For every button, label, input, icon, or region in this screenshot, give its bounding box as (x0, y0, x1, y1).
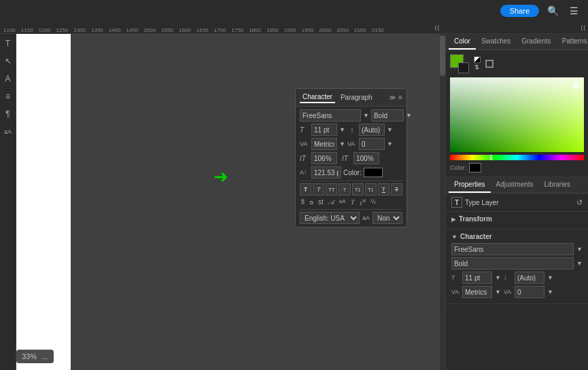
tab-character[interactable]: Character (300, 92, 335, 103)
paragraph-icon[interactable]: ¶ (1, 107, 15, 121)
leading-input[interactable] (359, 124, 385, 136)
ot-ligatures-btn[interactable]: fi (300, 198, 306, 207)
ot-stylisticalt-btn[interactable]: st (317, 198, 325, 207)
v-scale-icon: IT (342, 155, 351, 162)
bold-btn[interactable]: T (300, 183, 311, 196)
font-size-input[interactable] (311, 124, 337, 136)
color-swatch[interactable] (364, 168, 383, 177)
kerning-tracking-row: VA ▼ VA ▼ (300, 138, 402, 150)
share-button[interactable]: Share (500, 5, 539, 17)
props-tracking-input[interactable] (515, 286, 544, 298)
right-collapse-icon[interactable]: ⟨⟨ (578, 22, 588, 33)
props-font-style[interactable] (451, 257, 574, 270)
tab-adjustments[interactable]: Adjustments (491, 177, 539, 193)
menu-icon[interactable]: ☰ (567, 4, 581, 18)
ot-swash-btn[interactable]: 𝒜 (327, 198, 336, 207)
aa-icon[interactable]: aA (1, 125, 15, 138)
ot-superscript2-btn[interactable]: 1st (358, 198, 368, 207)
canvas-area[interactable]: ➜ Character Paragraph ≫ ≡ ▼ ▼ (16, 34, 445, 370)
bg-color-swatch[interactable] (458, 62, 469, 73)
size-leading-row: T ▼ ↕ ▼ (300, 124, 402, 136)
italic-btn[interactable]: T (313, 183, 324, 196)
format-row-1: T T TT T T1 T1 T T (300, 183, 402, 196)
props-style-row: ▼ (451, 257, 583, 270)
v-scale-input[interactable] (353, 152, 379, 164)
ot-titling-btn[interactable]: aA (338, 198, 347, 207)
color-gradient-picker[interactable] (450, 77, 584, 152)
type-layer-icon: T (451, 197, 462, 208)
props-size-input[interactable] (462, 272, 492, 284)
vertical-scrollbar[interactable] (440, 34, 445, 370)
ot-contextual-btn[interactable]: 𝑇 (349, 198, 356, 207)
antialiasing-select[interactable]: None (373, 212, 402, 224)
panel-menu-icon[interactable]: ≡ (398, 94, 402, 101)
properties-tabs: Properties Adjustments Libraries (446, 177, 588, 193)
props-leading-input[interactable] (515, 272, 544, 284)
transform-section: ▶ Transform (446, 212, 588, 229)
ot-oldstyle-btn[interactable]: ᴏ (308, 198, 315, 207)
font-name-input[interactable] (300, 109, 361, 122)
aa-icon: aA (362, 215, 370, 221)
tab-gradients[interactable]: Gradients (516, 34, 556, 50)
props-size-row: T ▼ ↕ ▼ (451, 272, 583, 284)
fg-bg-swatches: ⇄ (450, 54, 584, 73)
kerning-method-input[interactable] (311, 138, 337, 150)
reset-colors-btn[interactable] (474, 56, 481, 63)
tab-color[interactable]: Color (449, 34, 476, 50)
size-arrow[interactable]: ▼ (339, 126, 345, 133)
panel-collapse-icon[interactable]: ⟨⟨ (432, 22, 442, 33)
subscript-btn[interactable]: T1 (365, 183, 377, 196)
align-left-icon[interactable]: ≡ (1, 90, 15, 103)
props-kerning-arrow[interactable]: ▼ (495, 289, 501, 295)
alpha-swatch[interactable] (485, 60, 494, 68)
swatch-controls: ⇄ (474, 56, 481, 71)
props-size-arrow[interactable]: ▼ (495, 274, 501, 281)
panel-expand-icon[interactable]: ≫ (389, 94, 396, 101)
reset-icon[interactable]: ↺ (576, 198, 583, 207)
props-font-row: ▼ (451, 243, 583, 255)
strikethrough-btn[interactable]: T (391, 183, 402, 196)
props-style-arrow[interactable]: ▼ (576, 260, 583, 267)
allcaps-btn[interactable]: TT (326, 183, 337, 196)
tab-swatches[interactable]: Swatches (476, 34, 516, 50)
tab-libraries[interactable]: Libraries (539, 177, 576, 193)
underline-btn[interactable]: T (378, 183, 390, 196)
color-value-swatch[interactable] (469, 163, 481, 172)
props-leading-arrow[interactable]: ▼ (547, 274, 553, 281)
leading-arrow[interactable]: ▼ (387, 126, 393, 133)
text-tool-icon[interactable]: T (1, 37, 15, 50)
character-arrow: ▼ (451, 234, 457, 240)
cursor-icon[interactable]: ↖ (1, 54, 15, 68)
font-style-input[interactable] (371, 109, 404, 122)
tab-properties[interactable]: Properties (449, 177, 491, 193)
language-select[interactable]: English: USA (300, 212, 360, 224)
props-font-name[interactable] (451, 243, 574, 255)
type-layer-section: T Type Layer ↺ (446, 193, 588, 212)
tab-patterns[interactable]: Patterns (557, 34, 588, 50)
hue-bar[interactable] (450, 155, 584, 160)
font-name-arrow[interactable]: ▼ (363, 112, 369, 119)
panel-header: Character Paragraph ≫ ≡ (296, 89, 407, 107)
tab-paragraph[interactable]: Paragraph (338, 92, 375, 103)
props-kerning-input[interactable] (462, 286, 492, 298)
font-family-row: ▼ ▼ (300, 109, 402, 122)
kerning-arrow[interactable]: ▼ (339, 141, 345, 147)
smallcaps-btn[interactable]: T (339, 183, 350, 196)
superscript-btn[interactable]: T1 (352, 183, 364, 196)
tracking-input[interactable] (359, 138, 385, 150)
h-scale-input[interactable] (311, 152, 337, 164)
search-icon[interactable]: 🔍 (544, 4, 561, 18)
transform-header[interactable]: ▶ Transform (451, 215, 583, 223)
character-header[interactable]: ▼ Character (451, 233, 583, 240)
more-options-btn[interactable]: ... (42, 352, 48, 360)
canvas-page (16, 34, 71, 370)
font-style-arrow[interactable]: ▼ (406, 112, 412, 119)
baseline-input[interactable] (311, 166, 341, 179)
props-font-arrow[interactable]: ▼ (576, 246, 583, 253)
type-icon[interactable]: A (1, 72, 15, 86)
tracking-arrow[interactable]: ▼ (387, 141, 393, 147)
ot-fraction-btn[interactable]: ½ (369, 198, 377, 207)
swap-colors-btn[interactable]: ⇄ (474, 64, 481, 71)
props-tracking-arrow[interactable]: ▼ (547, 289, 553, 295)
scrollbar-thumb[interactable] (440, 35, 445, 76)
